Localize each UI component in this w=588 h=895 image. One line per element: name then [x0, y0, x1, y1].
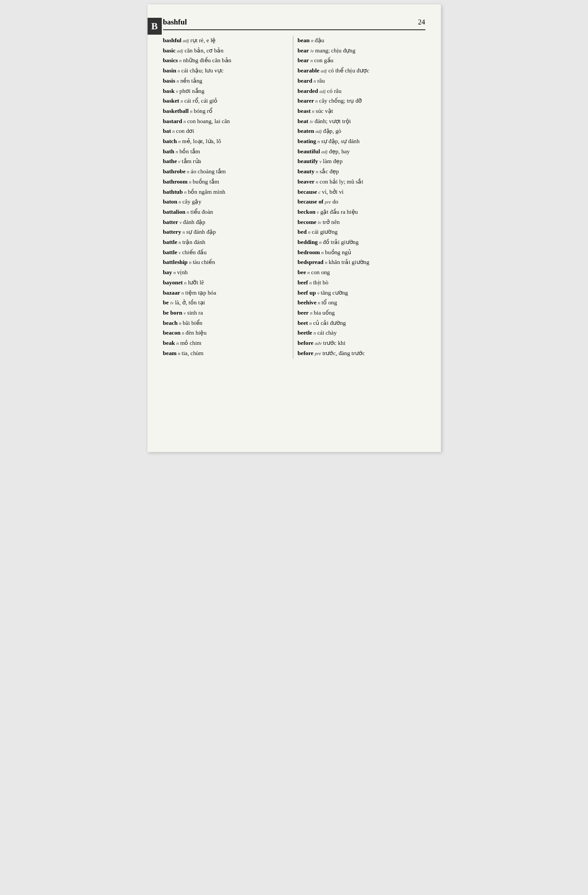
list-item: battervđánh đập [163, 217, 286, 228]
headword: beet [298, 318, 308, 328]
definition: bãi biển [183, 318, 202, 328]
pos-tag: n [313, 77, 316, 85]
list-item: bathrobenáo choàng tắm [163, 167, 286, 177]
pos-tag: v [180, 218, 182, 227]
definition: là, ở, tồn tại [175, 298, 205, 308]
definition: có thể chịu được [328, 66, 369, 76]
headword: beast [298, 106, 311, 116]
list-item: battalionntiểu đoàn [163, 207, 286, 217]
pos-tag: n [178, 137, 181, 146]
list-item: beaconnđèn hiệu [163, 328, 286, 338]
headword: bed [298, 227, 307, 237]
definition: trận đánh [182, 237, 205, 248]
pos-tag: n [189, 178, 192, 186]
headword: battleship [163, 257, 188, 268]
pos-tag: pre [315, 349, 321, 358]
definition: đánh; vượt trội [315, 116, 351, 127]
headword: bedroom [298, 248, 320, 258]
list-item: bathtubnbồn ngâm mình [163, 187, 286, 197]
pos-tag: v [184, 309, 186, 317]
headword: beetle [298, 328, 312, 338]
list-item: beef upvtăng cường [298, 288, 421, 298]
headword: bathtub [163, 187, 183, 197]
list-item: beannđậu [298, 36, 421, 46]
headword: beat [298, 116, 308, 127]
pos-tag: v [317, 289, 320, 297]
definition: đồ trải giường [323, 237, 358, 248]
list-item: bayonetnlưỡi lê [163, 278, 286, 288]
pos-tag: v [317, 208, 319, 216]
list-item: beaverncon hải ly; mũ sắt [298, 177, 421, 187]
pos-tag: n [317, 137, 320, 146]
headword: be [163, 298, 169, 308]
definition: con ong [311, 268, 330, 278]
pos-tag: adv [315, 339, 322, 348]
pos-tag: iv [170, 299, 174, 307]
headword: basis [163, 76, 176, 86]
pos-tag: adj [316, 127, 322, 136]
headword: before [298, 348, 314, 359]
list-item: beehiventổ ong [298, 298, 421, 308]
pos-tag: n [182, 329, 184, 337]
pos-tag: iv [310, 117, 313, 126]
definition: do [332, 197, 338, 207]
list-item: becausecvì, bởi vì [298, 187, 421, 197]
list-item: bearncon gấu [298, 56, 421, 66]
definition: súc vật [316, 106, 333, 116]
list-item: beardnrâu [298, 76, 421, 86]
headword: bathe [163, 156, 177, 167]
definition: sự đập, sự đánh [321, 136, 360, 147]
list-item: beachnbãi biển [163, 318, 286, 328]
headword: bayonet [163, 278, 183, 288]
definition: bia uống [314, 308, 335, 318]
pos-tag: n [309, 279, 312, 287]
headword: bear [298, 56, 309, 66]
pos-tag: n [179, 319, 181, 328]
list-item: battlentrận đánh [163, 237, 286, 248]
pos-tag: n [316, 97, 318, 105]
headword: become [298, 217, 316, 228]
pos-tag: v [178, 157, 180, 166]
definition: củ cải đường [313, 318, 346, 328]
definition: con hải ly; mũ sắt [320, 177, 363, 187]
headword: basics [163, 56, 178, 66]
definition: trước, đàng trước [322, 348, 364, 359]
definition: tiểu đoàn [191, 207, 213, 217]
list-item: bearableadjcó thể chịu được [298, 66, 421, 76]
headword: because [298, 187, 317, 197]
headword: basic [163, 46, 176, 56]
pos-tag: n [311, 36, 314, 45]
definition: cái chày [317, 328, 337, 338]
headword: basketball [163, 106, 189, 116]
list-item: bashfuladjrụt rè, e lệ [163, 36, 286, 46]
pos-tag: n [187, 168, 190, 176]
definition: tổ ong [322, 298, 337, 308]
definition: mỏ chim [180, 338, 201, 348]
headword: beer [298, 308, 309, 318]
pos-tag: iv [310, 47, 314, 55]
definition: bóng rổ [194, 106, 212, 116]
headword: beaver [298, 177, 315, 187]
list-item: beefnthịt bò [298, 278, 421, 288]
header-word: bashful [163, 18, 187, 27]
headword: beehive [298, 298, 317, 308]
pos-tag: n [173, 268, 176, 277]
definition: bồn tắm [180, 147, 200, 157]
pos-tag: n [316, 168, 319, 176]
pos-tag: n [190, 107, 192, 116]
pos-tag: n [176, 77, 179, 85]
definition: bồn ngâm mình [188, 187, 225, 197]
headword: bazaar [163, 288, 180, 298]
definition: tia, chùm [182, 348, 204, 359]
pos-tag: n [179, 56, 182, 65]
list-item: bathroomnbuồng tắm [163, 177, 286, 187]
definition: đập, gò [323, 126, 341, 136]
list-item: beckonvgật đầu ra hiệu [298, 207, 421, 217]
headword: bashful [163, 36, 182, 46]
headword: bearded [298, 86, 318, 96]
definition: cái giường [312, 227, 338, 237]
list-item: beastnsúc vật [298, 106, 421, 116]
page-header: bashful 24 [163, 18, 425, 30]
pos-tag: n [180, 97, 183, 105]
headword: battle [163, 248, 177, 258]
